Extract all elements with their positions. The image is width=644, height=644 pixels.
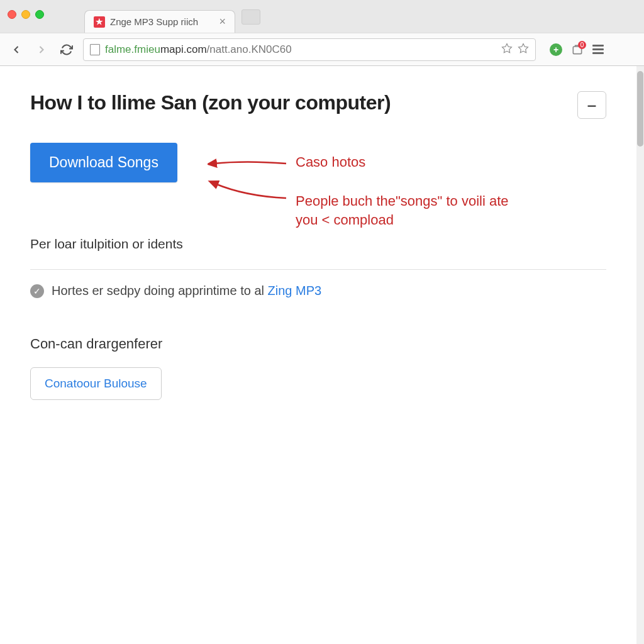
hamburger-menu-icon[interactable] (592, 45, 604, 54)
page-title: How I to llime San (zon your computer) (30, 91, 391, 114)
download-songs-button[interactable]: Download Songs (30, 143, 177, 182)
minimize-window-button[interactable] (21, 10, 30, 19)
scrollbar-thumb[interactable] (637, 71, 643, 147)
check-icon: ✓ (30, 284, 44, 298)
annotation-text-2: People buch the"songs" to voili ate you … (296, 192, 535, 229)
annotation-text-1: Caso hotos (296, 154, 365, 170)
reload-button[interactable] (58, 41, 75, 58)
subheading-2: Con-can drargenferer (30, 336, 606, 352)
bookmark-star-icon-2[interactable] (518, 43, 529, 57)
subheading-1: Per loar itulpition or idents (30, 236, 606, 252)
new-tab-button[interactable] (242, 9, 260, 25)
extension-icons: + 0 (550, 43, 604, 56)
traffic-lights (8, 10, 44, 19)
svg-marker-0 (502, 43, 512, 52)
extension-notif-icon[interactable]: 0 (571, 43, 584, 56)
arrow-icon (208, 180, 289, 206)
arrow-icon (208, 154, 289, 173)
bookmark-star-icon[interactable] (501, 43, 513, 57)
browser-chrome: ★ Znge MP3 Supp riich × falme.fmieumapi.… (0, 0, 644, 66)
zing-mp3-link[interactable]: Zing MP3 (268, 284, 322, 297)
forward-button[interactable] (33, 41, 50, 58)
close-tab-icon[interactable]: × (219, 15, 226, 28)
browser-tab[interactable]: ★ Znge MP3 Supp riich × (84, 10, 235, 33)
maximize-window-button[interactable] (35, 10, 44, 19)
add-extension-icon[interactable]: + (550, 43, 562, 56)
divider (30, 269, 606, 270)
svg-marker-1 (519, 43, 528, 52)
secondary-button[interactable]: Conatoour Bulouse (30, 367, 162, 400)
check-list-item: ✓ Hortes er sedpy doing apprintime to al… (30, 284, 606, 298)
page-info-icon[interactable] (90, 44, 100, 55)
back-button[interactable] (8, 41, 25, 58)
url-text: falme.fmieumapi.com/natt.ano.KN0C60 (105, 43, 292, 56)
close-window-button[interactable] (8, 10, 16, 19)
titlebar: ★ Znge MP3 Supp riich × (0, 0, 644, 33)
tab-title: Znge MP3 Supp riich (110, 16, 198, 27)
collapse-button[interactable]: – (577, 91, 606, 119)
viewport: How I to llime San (zon your computer) –… (0, 66, 644, 644)
scrollbar-track[interactable] (636, 66, 644, 644)
address-bar[interactable]: falme.fmieumapi.com/natt.ano.KN0C60 (83, 38, 536, 61)
check-text: Hortes er sedpy doing apprintime to al (52, 284, 268, 297)
tab-favicon-icon: ★ (94, 16, 105, 28)
notif-badge: 0 (578, 41, 586, 49)
page-content: How I to llime San (zon your computer) –… (0, 66, 636, 425)
tab-strip: ★ Znge MP3 Supp riich × (84, 5, 260, 33)
toolbar: falme.fmieumapi.com/natt.ano.KN0C60 + 0 (0, 33, 644, 65)
